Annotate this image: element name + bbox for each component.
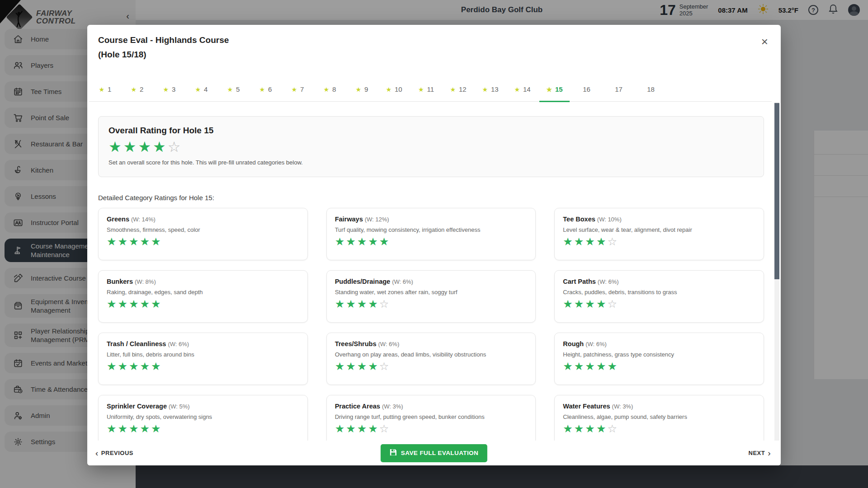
- star-filled-icon[interactable]: ★: [107, 422, 118, 435]
- star-filled-icon[interactable]: ★: [346, 360, 357, 372]
- star-filled-icon[interactable]: ★: [335, 422, 346, 435]
- category-star-rating[interactable]: ★★★★☆: [563, 423, 755, 435]
- hole-tab-2[interactable]: ★2: [121, 77, 153, 102]
- star-filled-icon[interactable]: ★: [129, 298, 140, 310]
- star-filled-icon[interactable]: ★: [129, 360, 140, 372]
- hole-tab-5[interactable]: ★5: [217, 77, 250, 102]
- category-star-rating[interactable]: ★★★★★: [335, 236, 528, 248]
- hole-tab-9[interactable]: ★9: [346, 77, 378, 102]
- star-filled-icon[interactable]: ★: [357, 235, 368, 248]
- hole-tab-14[interactable]: ★14: [506, 77, 538, 102]
- category-star-rating[interactable]: ★★★★☆: [563, 236, 755, 248]
- hole-tab-6[interactable]: ★6: [250, 77, 282, 102]
- modal-scrollbar[interactable]: [774, 102, 779, 441]
- star-filled-icon[interactable]: ★: [596, 360, 608, 372]
- star-filled-icon[interactable]: ★: [346, 422, 357, 435]
- star-filled-icon[interactable]: ★: [596, 298, 608, 310]
- star-filled-icon[interactable]: ★: [140, 298, 151, 310]
- hole-tab-15[interactable]: ★15: [538, 77, 571, 102]
- star-filled-icon[interactable]: ★: [563, 360, 574, 372]
- star-filled-icon[interactable]: ★: [585, 360, 596, 372]
- star-filled-icon[interactable]: ★: [118, 235, 129, 248]
- star-filled-icon[interactable]: ★: [118, 422, 129, 435]
- star-filled-icon[interactable]: ★: [368, 298, 379, 310]
- category-star-rating[interactable]: ★★★★★: [107, 423, 299, 435]
- star-empty-icon[interactable]: ☆: [379, 298, 391, 310]
- star-filled-icon[interactable]: ★: [585, 422, 596, 435]
- star-filled-icon[interactable]: ★: [357, 422, 368, 435]
- scrollbar-thumb[interactable]: [774, 103, 779, 279]
- star-filled-icon[interactable]: ★: [140, 235, 151, 248]
- star-filled-icon[interactable]: ★: [335, 235, 346, 248]
- star-filled-icon[interactable]: ★: [357, 298, 368, 310]
- star-filled-icon[interactable]: ★: [335, 360, 346, 372]
- previous-button[interactable]: ‹ PREVIOUS: [95, 450, 133, 456]
- star-empty-icon[interactable]: ☆: [379, 360, 391, 372]
- star-filled-icon[interactable]: ★: [574, 235, 585, 248]
- category-star-rating[interactable]: ★★★★☆: [335, 361, 528, 372]
- star-filled-icon[interactable]: ★: [151, 235, 162, 248]
- star-filled-icon[interactable]: ★: [108, 139, 123, 155]
- star-filled-icon[interactable]: ★: [118, 298, 129, 310]
- star-filled-icon[interactable]: ★: [357, 360, 368, 372]
- hole-tab-4[interactable]: ★4: [185, 77, 217, 102]
- category-star-rating[interactable]: ★★★★☆: [335, 298, 528, 310]
- hole-tab-3[interactable]: ★3: [153, 77, 185, 102]
- star-filled-icon[interactable]: ★: [563, 422, 574, 435]
- save-full-evaluation-button[interactable]: SAVE FULL EVALUATION: [381, 444, 487, 462]
- star-empty-icon[interactable]: ☆: [379, 422, 391, 435]
- star-filled-icon[interactable]: ★: [129, 422, 140, 435]
- star-filled-icon[interactable]: ★: [118, 360, 129, 372]
- star-filled-icon[interactable]: ★: [563, 235, 574, 248]
- star-filled-icon[interactable]: ★: [335, 298, 346, 310]
- star-filled-icon[interactable]: ★: [596, 235, 608, 248]
- hole-tab-7[interactable]: ★7: [282, 77, 314, 102]
- star-filled-icon[interactable]: ★: [123, 139, 138, 155]
- star-filled-icon[interactable]: ★: [346, 298, 357, 310]
- star-empty-icon[interactable]: ☆: [607, 235, 618, 248]
- star-empty-icon[interactable]: ☆: [607, 298, 618, 310]
- star-filled-icon[interactable]: ★: [107, 298, 118, 310]
- star-filled-icon[interactable]: ★: [563, 298, 574, 310]
- hole-tab-18[interactable]: 18: [635, 77, 667, 102]
- category-star-rating[interactable]: ★★★★★: [107, 361, 299, 372]
- hole-tab-10[interactable]: ★10: [378, 77, 410, 102]
- star-filled-icon[interactable]: ★: [138, 139, 153, 155]
- star-filled-icon[interactable]: ★: [379, 235, 391, 248]
- category-star-rating[interactable]: ★★★★☆: [335, 423, 528, 435]
- category-star-rating[interactable]: ★★★★★: [107, 298, 299, 310]
- category-star-rating[interactable]: ★★★★☆: [563, 298, 755, 310]
- star-empty-icon[interactable]: ☆: [168, 139, 183, 155]
- star-filled-icon[interactable]: ★: [107, 235, 118, 248]
- star-filled-icon[interactable]: ★: [107, 360, 118, 372]
- star-filled-icon[interactable]: ★: [368, 235, 379, 248]
- hole-tab-17[interactable]: 17: [603, 77, 635, 102]
- star-filled-icon[interactable]: ★: [368, 360, 379, 372]
- star-filled-icon[interactable]: ★: [607, 360, 618, 372]
- star-filled-icon[interactable]: ★: [585, 298, 596, 310]
- star-filled-icon[interactable]: ★: [596, 422, 608, 435]
- star-filled-icon[interactable]: ★: [368, 422, 379, 435]
- hole-tab-13[interactable]: ★13: [474, 77, 506, 102]
- star-filled-icon[interactable]: ★: [129, 235, 140, 248]
- star-filled-icon[interactable]: ★: [153, 139, 168, 155]
- hole-tab-8[interactable]: ★8: [314, 77, 346, 102]
- star-filled-icon[interactable]: ★: [140, 422, 151, 435]
- star-filled-icon[interactable]: ★: [574, 298, 585, 310]
- star-filled-icon[interactable]: ★: [346, 235, 357, 248]
- hole-tab-1[interactable]: ★1: [89, 77, 121, 102]
- hole-tab-11[interactable]: ★11: [410, 77, 442, 102]
- category-star-rating[interactable]: ★★★★★: [107, 236, 299, 248]
- star-empty-icon[interactable]: ☆: [607, 422, 618, 435]
- star-filled-icon[interactable]: ★: [151, 422, 162, 435]
- next-button[interactable]: NEXT ›: [749, 450, 771, 456]
- close-icon[interactable]: ×: [761, 36, 768, 47]
- star-filled-icon[interactable]: ★: [151, 298, 162, 310]
- star-filled-icon[interactable]: ★: [151, 360, 162, 372]
- overall-star-rating[interactable]: ★★★★☆: [108, 139, 754, 155]
- category-star-rating[interactable]: ★★★★★: [563, 361, 755, 372]
- hole-tab-12[interactable]: ★12: [442, 77, 474, 102]
- star-filled-icon[interactable]: ★: [585, 235, 596, 248]
- star-filled-icon[interactable]: ★: [140, 360, 151, 372]
- star-filled-icon[interactable]: ★: [574, 422, 585, 435]
